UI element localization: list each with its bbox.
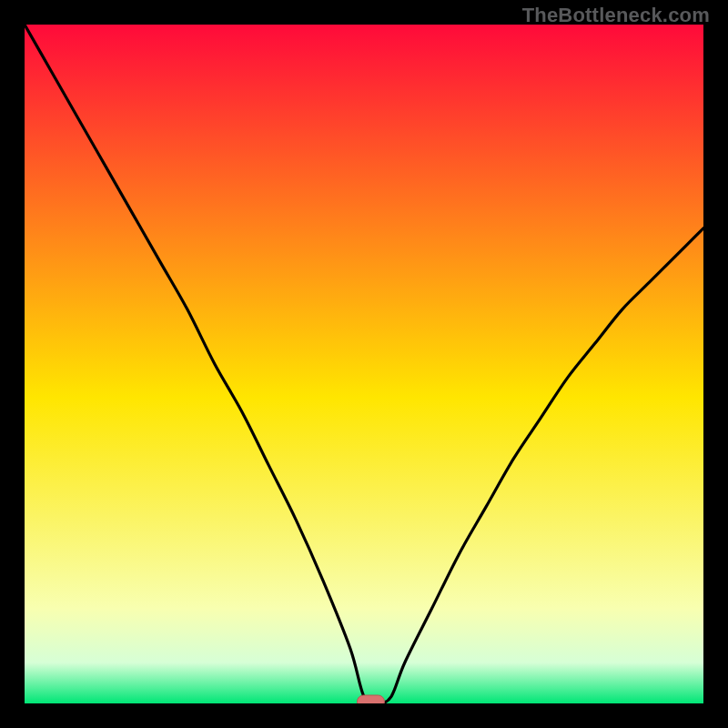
bottleneck-chart — [25, 25, 703, 703]
gradient-background — [25, 25, 703, 703]
optimum-marker — [357, 695, 384, 703]
chart-frame: { "watermark": "TheBottleneck.com", "col… — [0, 0, 728, 728]
